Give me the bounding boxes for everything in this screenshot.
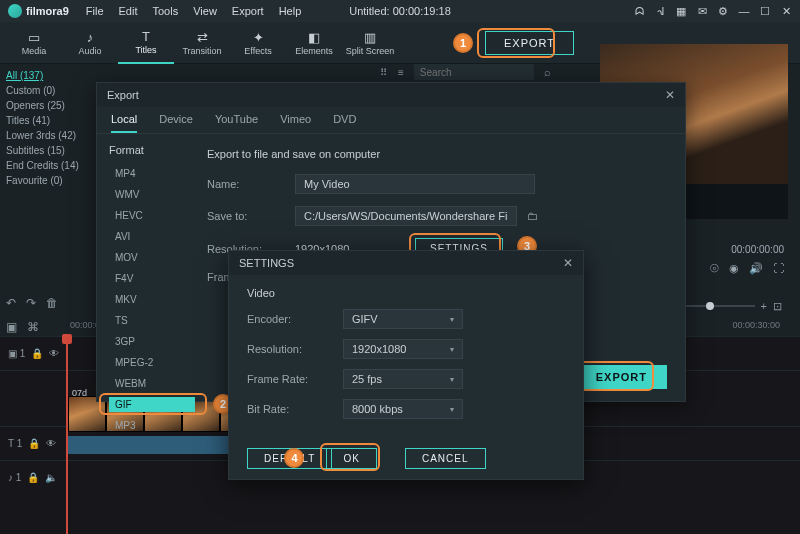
grid-view-icon[interactable]: ⠿: [380, 67, 388, 78]
fmt-hevc[interactable]: HEVC: [109, 208, 189, 223]
export-tab-youtube[interactable]: YouTube: [215, 113, 258, 133]
window-controls: ᗣ ᗀ ▦ ✉ ⚙ — ☐ ✕: [633, 5, 792, 18]
folder-icon[interactable]: 🗀: [527, 210, 538, 222]
tab-effects[interactable]: ✦Effects: [230, 22, 286, 64]
effects-icon: ✦: [253, 30, 264, 45]
lock-icon[interactable]: 🔒: [31, 348, 43, 359]
redo-icon[interactable]: ↷: [26, 296, 36, 316]
logo-text: filmora9: [26, 5, 69, 17]
track-title-head[interactable]: T 1🔒👁: [0, 438, 60, 449]
sd-bitrate-select[interactable]: 8000 kbps▾: [343, 399, 463, 419]
eye-icon[interactable]: 👁: [46, 438, 56, 449]
playhead[interactable]: [66, 336, 68, 534]
ok-button[interactable]: OK: [326, 448, 376, 469]
zoom-slider[interactable]: [674, 305, 754, 307]
fmt-3gp[interactable]: 3GP: [109, 334, 189, 349]
fmt-avi[interactable]: AVI: [109, 229, 189, 244]
fmt-mp3[interactable]: MP3: [109, 418, 189, 433]
fmt-webm[interactable]: WEBM: [109, 376, 189, 391]
library-search-bar: ⠿ ≡ ⌕: [380, 63, 600, 81]
cancel-button[interactable]: CANCEL: [405, 448, 486, 469]
user-icon[interactable]: ᗣ: [633, 5, 645, 18]
tab-audio[interactable]: ♪Audio: [62, 22, 118, 64]
encoder-select[interactable]: GIFV▾: [343, 309, 463, 329]
eye-icon[interactable]: 👁: [49, 348, 59, 359]
snapshot-icon[interactable]: ⦾: [710, 262, 719, 275]
tab-titles[interactable]: TTitles: [118, 22, 174, 64]
app-logo: filmora9: [8, 4, 69, 18]
export-tab-vimeo[interactable]: Vimeo: [280, 113, 311, 133]
cat-favourite[interactable]: Favourite (0): [6, 173, 89, 188]
zoom-fit-icon[interactable]: ⊡: [773, 300, 782, 313]
search-input[interactable]: [414, 64, 534, 80]
undo-icon[interactable]: ↶: [6, 296, 16, 316]
cart-icon[interactable]: ᗀ: [654, 5, 666, 18]
gear-icon[interactable]: ⚙: [717, 5, 729, 18]
maximize-icon[interactable]: ☐: [759, 5, 771, 18]
export-panel-close-icon[interactable]: ✕: [665, 88, 675, 102]
sd-framerate-select[interactable]: 25 fps▾: [343, 369, 463, 389]
logo-icon: [8, 4, 22, 18]
name-input[interactable]: [295, 174, 535, 194]
delete-icon[interactable]: 🗑: [46, 296, 58, 316]
export-tab-device[interactable]: Device: [159, 113, 193, 133]
menu-file[interactable]: File: [80, 3, 110, 19]
minimize-icon[interactable]: —: [738, 5, 750, 17]
menu-export[interactable]: Export: [226, 3, 270, 19]
zoom-in-icon[interactable]: +: [761, 300, 767, 312]
menu-help[interactable]: Help: [273, 3, 308, 19]
export-tab-dvd[interactable]: DVD: [333, 113, 356, 133]
tab-transition[interactable]: ⇄Transition: [174, 22, 230, 64]
volume-icon[interactable]: 🔊: [749, 262, 763, 275]
apps-icon[interactable]: ▦: [675, 5, 687, 18]
chevron-down-icon: ▾: [450, 375, 454, 384]
menu-tools[interactable]: Tools: [147, 3, 185, 19]
export-heading: Export to file and save on computer: [207, 148, 667, 160]
cat-all[interactable]: All (137): [6, 68, 89, 83]
menu-view[interactable]: View: [187, 3, 223, 19]
export-top-button[interactable]: EXPORT: [485, 31, 574, 55]
tab-elements[interactable]: ◧Elements: [286, 22, 342, 64]
mute-icon[interactable]: 🔈: [45, 472, 57, 483]
fmt-mp4[interactable]: MP4: [109, 166, 189, 181]
close-icon[interactable]: ✕: [780, 5, 792, 18]
cat-lower-3rds[interactable]: Lower 3rds (42): [6, 128, 89, 143]
fullscreen-icon[interactable]: ⛶: [773, 262, 784, 275]
titles-icon: T: [142, 29, 150, 44]
tab-split-screen[interactable]: ▥Split Screen: [342, 22, 398, 64]
tab-media[interactable]: ▭Media: [6, 22, 62, 64]
mail-icon[interactable]: ✉: [696, 5, 708, 18]
cat-openers[interactable]: Openers (25): [6, 98, 89, 113]
track-video-head[interactable]: ▣ 1🔒👁: [0, 348, 60, 359]
settings-section-video: Video: [247, 287, 565, 299]
fmt-ts[interactable]: TS: [109, 313, 189, 328]
search-icon[interactable]: ⌕: [544, 66, 551, 78]
lock-icon[interactable]: 🔒: [27, 472, 39, 483]
export-tab-local[interactable]: Local: [111, 113, 137, 133]
fmt-mpeg2[interactable]: MPEG-2: [109, 355, 189, 370]
title-categories: All (137) Custom (0) Openers (25) Titles…: [0, 64, 95, 274]
timeline-tools: ↶ ↷ 🗑: [6, 296, 106, 316]
track-audio-head[interactable]: ♪ 1🔒🔈: [0, 472, 60, 483]
menu-edit[interactable]: Edit: [113, 3, 144, 19]
sd-resolution-select[interactable]: 1920x1080▾: [343, 339, 463, 359]
cat-subtitles[interactable]: Subtitles (15): [6, 143, 89, 158]
fmt-mkv[interactable]: MKV: [109, 292, 189, 307]
audio-icon: ♪: [87, 30, 94, 45]
media-icon: ▭: [28, 30, 40, 45]
fmt-gif[interactable]: GIF: [109, 397, 195, 412]
camera-icon[interactable]: ◉: [729, 262, 739, 275]
fmt-wmv[interactable]: WMV: [109, 187, 189, 202]
lock-icon[interactable]: 🔒: [28, 438, 40, 449]
export-panel-export-button[interactable]: EXPORT: [576, 365, 667, 389]
settings-dialog-close-icon[interactable]: ✕: [563, 256, 573, 270]
export-top-group: 1 EXPORT: [485, 31, 574, 55]
fmt-mov[interactable]: MOV: [109, 250, 189, 265]
cat-custom[interactable]: Custom (0): [6, 83, 89, 98]
fmt-f4v[interactable]: F4V: [109, 271, 189, 286]
cat-end-credits[interactable]: End Credits (14): [6, 158, 89, 173]
saveto-label: Save to:: [207, 210, 285, 222]
saveto-input[interactable]: [295, 206, 517, 226]
list-view-icon[interactable]: ≡: [398, 67, 404, 78]
cat-titles[interactable]: Titles (41): [6, 113, 89, 128]
